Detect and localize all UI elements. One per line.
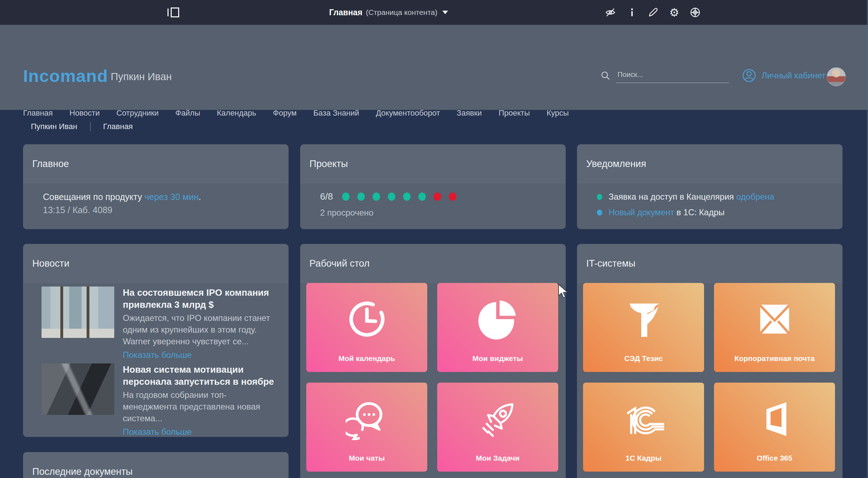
notification-item: Заявка на доступ в Канцелярия одобрена: [597, 192, 833, 202]
mail-envelope-icon: [714, 291, 835, 348]
tile-1c-kadry[interactable]: 1С Кадры: [583, 383, 704, 472]
project-dot: [449, 193, 456, 201]
search-icon[interactable]: [600, 71, 610, 80]
globe-icon[interactable]: [689, 6, 701, 18]
news-headline[interactable]: На состоявшемся IPO компания привлекла 3…: [123, 287, 280, 311]
settings-icon[interactable]: ⚙: [668, 6, 680, 18]
notification-link[interactable]: одобрена: [736, 192, 774, 201]
tile-my-calendar[interactable]: Мой календарь: [306, 283, 427, 372]
breadcrumb-divider: [90, 122, 90, 131]
screen: Главная (Страница контента) ⚙: [0, 0, 868, 478]
card-news-title: Новости: [32, 258, 70, 269]
collapse-sidebar-icon[interactable]: [167, 6, 182, 18]
caret-down-icon: [442, 11, 448, 14]
card-recent-documents-title: Последние документы: [32, 466, 133, 477]
personal-account-link[interactable]: Личный кабинет: [742, 68, 826, 83]
show-more-link[interactable]: Показать больше: [123, 427, 192, 437]
nav-item-proekty[interactable]: Проекты: [499, 109, 530, 118]
office-logo-icon: [714, 390, 835, 447]
page-selector-subtitle: (Страница контента): [366, 8, 437, 17]
tile-corporate-mail[interactable]: Корпоративная почта: [714, 283, 835, 372]
mouse-cursor: [558, 284, 570, 299]
search-input[interactable]: [617, 70, 728, 79]
tile-my-widgets[interactable]: Мои виджеты: [437, 283, 558, 372]
projects-ratio: 6/8: [320, 191, 333, 202]
card-main: Главное Совещания по продукту через 30 м…: [23, 144, 289, 229]
chat-bubbles-icon: [306, 390, 427, 447]
project-dot: [418, 193, 426, 201]
nav-item-glavnaya[interactable]: Главная: [23, 109, 53, 118]
nav-item-kalendar[interactable]: Календарь: [217, 109, 256, 118]
project-dot: [434, 193, 441, 201]
card-notifications-title: Уведомления: [586, 159, 646, 169]
card-projects: Проекты 6/8 2 просрочено: [300, 144, 566, 229]
project-dot: [388, 193, 395, 201]
project-status-dots: [342, 193, 456, 201]
news-image[interactable]: [42, 287, 114, 338]
project-dot: [357, 193, 365, 201]
card-notifications: Уведомления Заявка на доступ в Канцеляри…: [577, 144, 842, 229]
card-desktop: Рабочий стол Мой календарь: [300, 244, 566, 478]
tile-sed-tezis[interactable]: СЭД Тезис: [583, 283, 704, 372]
page-selector[interactable]: Главная (Страница контента): [329, 0, 448, 25]
card-desktop-title: Рабочий стол: [309, 258, 370, 269]
news-image[interactable]: [42, 363, 114, 415]
project-dot: [373, 193, 380, 201]
rocket-icon: [437, 390, 558, 447]
notification-item: Новый документ в 1С: Кадры: [597, 207, 833, 217]
site-header: Incomand Пупкин Иван Личный кабинет Глав…: [0, 25, 868, 110]
info-icon[interactable]: [626, 6, 638, 18]
tile-my-chats[interactable]: Мои чаты: [306, 383, 427, 472]
admin-topbar: Главная (Страница контента) ⚙: [0, 0, 868, 25]
card-it-systems-title: IT-системы: [586, 258, 636, 269]
nav-item-baza-znaniy[interactable]: База Знаний: [313, 109, 359, 118]
nav-item-zayavki[interactable]: Заявки: [457, 109, 482, 118]
tile-my-tasks[interactable]: Мои Задачи: [437, 383, 558, 472]
edit-icon[interactable]: [647, 6, 659, 18]
breadcrumb: Пупкин Иван Главная: [31, 122, 133, 131]
notification-link[interactable]: Новый документ: [609, 207, 674, 217]
meeting-line: Совещания по продукту через 30 мин.: [43, 190, 279, 204]
breadcrumb-user[interactable]: Пупкин Иван: [31, 122, 77, 131]
nav-item-dokumentooborot[interactable]: Документооборот: [376, 109, 440, 118]
card-projects-title: Проекты: [309, 159, 348, 169]
pie-chart-icon: [437, 291, 558, 348]
tile-office-365[interactable]: Office 365: [714, 383, 835, 472]
projects-overdue: 2 просрочено: [320, 208, 556, 218]
breadcrumb-page: Главная: [103, 122, 133, 131]
card-main-title: Главное: [32, 159, 69, 169]
clock-icon: [306, 291, 427, 348]
notification-bullet: [597, 194, 602, 200]
nav-item-kursy[interactable]: Курсы: [546, 109, 569, 118]
news-body: Ожидается, что IPO компании станет одним…: [123, 312, 280, 347]
avatar[interactable]: [827, 67, 846, 86]
main-nav: Главная Новости Сотрудники Файлы Календа…: [23, 109, 569, 118]
card-it-systems: IT-системы СЭД Тезис: [577, 244, 842, 478]
meeting-time-link[interactable]: через 30 мин: [144, 192, 198, 202]
nav-item-novosti[interactable]: Новости: [70, 109, 100, 118]
card-news: Новости На состоявшемся IPO компания при…: [23, 244, 289, 437]
page-selector-title: Главная: [329, 8, 363, 17]
project-dot: [403, 193, 411, 201]
news-item: Новая система мотивации персонала запуст…: [23, 363, 289, 437]
1c-logo-icon: [583, 390, 704, 447]
nav-item-forum[interactable]: Форум: [273, 109, 297, 118]
nav-item-faily[interactable]: Файлы: [175, 109, 200, 118]
nav-item-sotrudniki[interactable]: Сотрудники: [116, 109, 159, 118]
person-circle-icon: [742, 68, 757, 83]
meeting-details: 13:15 / Каб. 4089: [43, 204, 279, 217]
visibility-off-icon[interactable]: [604, 6, 616, 18]
news-headline[interactable]: Новая система мотивации персонала запуст…: [123, 363, 280, 388]
notification-bullet: [597, 210, 602, 216]
personal-account-label: Личный кабинет: [762, 71, 826, 80]
show-more-link[interactable]: Показать больше: [123, 350, 192, 360]
card-recent-documents: Последние документы: [23, 452, 289, 478]
logo[interactable]: Incomand: [23, 66, 108, 86]
search: [600, 70, 729, 83]
news-body: На годовом собрании топ-менеджмента пред…: [123, 389, 280, 424]
tezis-logo-icon: [583, 291, 704, 348]
header-user-name: Пупкин Иван: [111, 71, 172, 83]
project-dot: [342, 193, 350, 201]
news-item: На состоявшемся IPO компания привлекла 3…: [23, 287, 289, 360]
